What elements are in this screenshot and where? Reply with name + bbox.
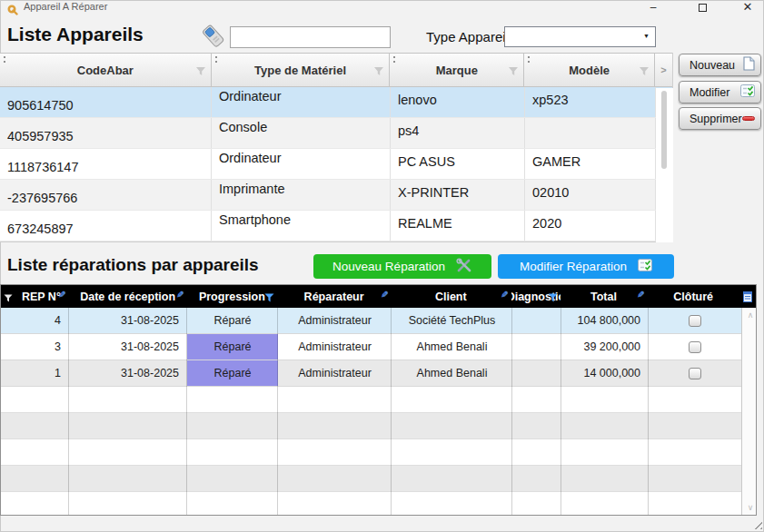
new-page-icon <box>743 56 755 74</box>
cell-marque: REALME <box>391 211 525 241</box>
scroll-down-icon[interactable]: ∨ <box>742 503 757 512</box>
filter-funnel-icon[interactable] <box>639 65 650 79</box>
barcode-search-input[interactable] <box>230 26 391 48</box>
filter-funnel-icon[interactable] <box>195 65 206 79</box>
tools-icon <box>456 258 472 276</box>
cloture-checkbox[interactable] <box>689 341 701 353</box>
cell-cloture <box>649 360 741 386</box>
cell-progression: Réparé <box>187 334 278 360</box>
cloture-checkbox[interactable] <box>689 315 701 327</box>
appareil-row-selected[interactable]: 905614750 Ordinateur lenovo xp523 <box>0 87 672 118</box>
cell-type: Console <box>212 118 391 148</box>
window-resize-grip[interactable] <box>752 519 762 529</box>
edit-wand-icon[interactable]: ✎ <box>501 290 508 300</box>
cell-total: 14 000,000 <box>561 360 649 386</box>
dropdown-arrow-icon[interactable]: ▼ <box>643 33 650 39</box>
modifier-reparation-button[interactable]: Modifier Réparation <box>498 254 674 279</box>
appareil-row[interactable]: 405957935 Console ps4 <box>0 118 672 149</box>
column-header-modele[interactable]: Modèle <box>524 54 655 86</box>
checklist-icon <box>740 84 755 100</box>
appareil-row[interactable]: 1118736147 Ordinateur PC ASUS GAMER <box>0 149 672 180</box>
column-header-total[interactable]: Total ✎ <box>561 285 648 308</box>
column-header-type[interactable]: Type de Matériel <box>212 54 391 86</box>
cell-client: Ahmed Benali <box>392 334 512 360</box>
reparations-grid: REP N° ✎ Date de réception ✎ Progression… <box>0 284 757 516</box>
type-appareil-combobox[interactable]: ▼ <box>504 26 656 47</box>
reparations-heading: Liste réparations par appareils <box>7 255 259 275</box>
drag-handle-icon[interactable] <box>215 56 217 63</box>
nouveau-button[interactable]: Nouveau <box>679 54 761 76</box>
cell-marque: lenovo <box>391 87 525 117</box>
barcode-scanner-icon <box>199 22 228 54</box>
cell-modele: GAMER <box>525 149 656 179</box>
column-label: Modèle <box>569 64 610 77</box>
empty-grid-row <box>1 466 756 492</box>
modifier-button[interactable]: Modifier <box>679 81 761 103</box>
supprimer-button[interactable]: Supprimer <box>679 107 761 130</box>
next-column-indicator[interactable]: > <box>655 54 672 86</box>
type-appareil-label: Type Appareil <box>426 29 509 44</box>
reparation-row-selected[interactable]: 4 31-08-2025 Réparé Administrateur Socié… <box>1 308 756 334</box>
column-header-codeabar[interactable]: CodeAbar <box>0 54 212 86</box>
reparations-grid-scrollbar[interactable]: ∧ ∨ <box>741 308 757 515</box>
column-header-client[interactable]: Client ✎ <box>391 285 511 308</box>
reparation-row[interactable]: 3 31-08-2025 Réparé Administrateur Ahmed… <box>1 334 756 360</box>
button-label: Nouveau <box>690 59 735 72</box>
column-header-diagnostic[interactable]: Diagnostic <box>511 285 561 308</box>
filter-funnel-icon[interactable] <box>508 65 519 79</box>
column-separator <box>648 308 649 515</box>
column-header-date[interactable]: Date de réception ✎ <box>69 285 187 308</box>
column-header-cloture[interactable]: Clôturé <box>647 285 739 308</box>
column-header-progression[interactable]: Progression <box>187 285 278 308</box>
cell-client: Ahmed Benali <box>392 360 512 386</box>
cell-date: 31-08-2025 <box>69 334 187 360</box>
button-label: Modifier Réparation <box>520 260 627 273</box>
cell-codeabar: 905614750 <box>0 87 212 117</box>
edit-wand-icon[interactable]: ✎ <box>637 290 644 300</box>
cell-client: Société TechPlus <box>392 308 512 333</box>
column-header-rep-n[interactable]: REP N° ✎ <box>1 285 69 308</box>
column-chooser-button[interactable] <box>739 285 756 308</box>
cell-modele <box>525 118 656 148</box>
cell-codeabar: 673245897 <box>0 211 212 241</box>
cell-diagnostic <box>512 360 561 386</box>
maximize-button[interactable] <box>692 0 712 16</box>
column-label: Date de réception <box>80 291 175 303</box>
edit-wand-icon[interactable]: ✎ <box>176 290 184 300</box>
close-button[interactable]: ✕ <box>738 0 758 16</box>
appareils-grid-scrollbar[interactable] <box>656 88 673 242</box>
empty-grid-row <box>1 413 756 439</box>
grid-filter-icon[interactable] <box>4 292 13 305</box>
cell-modele: 02010 <box>525 180 656 210</box>
cell-date: 31-08-2025 <box>69 308 187 333</box>
window-title: Appareil A Réparer <box>24 1 107 12</box>
reparation-row[interactable]: 1 31-08-2025 Réparé Administrateur Ahmed… <box>1 360 756 387</box>
appareil-row[interactable]: 673245897 Smartphone REALME 2020 <box>0 211 672 241</box>
cell-progression: Réparé <box>187 308 278 333</box>
drag-handle-icon[interactable] <box>4 56 5 63</box>
button-label: Supprimer <box>690 113 742 125</box>
edit-wand-icon[interactable]: ✎ <box>58 290 65 300</box>
appareil-row[interactable]: -237695766 Imprimante X-PRINTER 02010 <box>0 180 672 211</box>
active-filter-funnel-icon[interactable] <box>264 292 274 305</box>
drag-handle-icon[interactable] <box>528 56 530 63</box>
drag-handle-icon[interactable] <box>393 56 395 63</box>
scrollbar-thumb[interactable] <box>661 91 667 169</box>
filter-funnel-icon[interactable] <box>373 65 384 79</box>
column-chooser-icon <box>743 291 752 302</box>
column-label: Marque <box>436 64 478 77</box>
column-header-marque[interactable]: Marque <box>390 54 524 86</box>
scroll-up-icon[interactable]: ∧ <box>742 310 757 320</box>
cell-progression: Réparé <box>187 360 278 386</box>
nouveau-reparation-button[interactable]: Nouveau Réparation <box>313 254 491 279</box>
cell-marque: ps4 <box>391 118 525 148</box>
column-label: Progression <box>199 291 265 303</box>
minimize-button[interactable]: – <box>643 0 663 16</box>
delete-minus-icon <box>742 116 755 121</box>
edit-wand-icon[interactable]: ✎ <box>381 290 388 300</box>
active-filter-funnel-icon[interactable] <box>548 292 558 305</box>
column-header-reparateur[interactable]: Réparateur ✎ <box>277 285 391 308</box>
column-label: REP N° <box>22 291 61 303</box>
cell-date: 31-08-2025 <box>69 360 187 386</box>
cloture-checkbox[interactable] <box>689 368 701 379</box>
